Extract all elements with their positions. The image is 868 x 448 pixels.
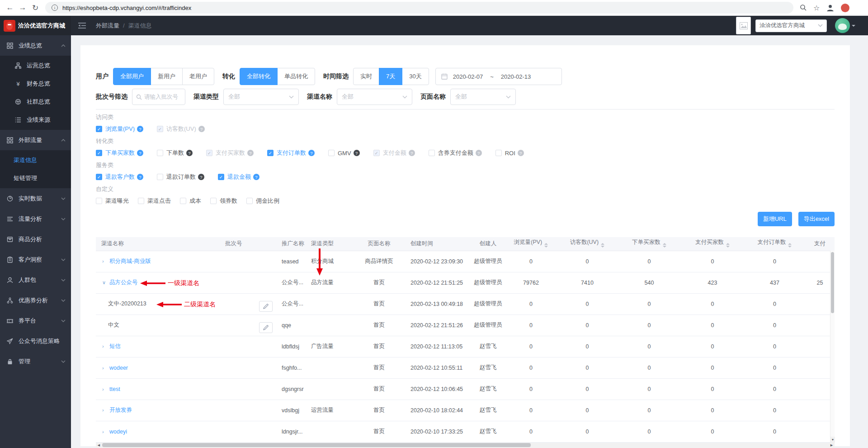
help-question-icon[interactable]: ? <box>409 150 415 156</box>
column-header-9[interactable]: 下单买家数 <box>618 237 681 251</box>
collapse-caret-icon[interactable]: ∨ <box>102 280 109 286</box>
date-range-picker[interactable]: 2020-02-07 ~ 2020-02-13 <box>435 68 562 85</box>
channel-name[interactable]: 短信 <box>109 343 121 349</box>
channel-name[interactable]: 品方公众号 <box>109 279 138 286</box>
user-filter-option-0[interactable]: 全部用户 <box>113 68 151 85</box>
channel-type-select[interactable]: 全部 <box>223 89 299 105</box>
expand-caret-icon[interactable]: › <box>102 386 109 392</box>
expand-caret-icon[interactable]: › <box>102 407 109 413</box>
sidebar-item-external-traffic[interactable]: 外部流量 <box>0 130 71 150</box>
checkbox-icon[interactable]: ✓ <box>267 150 274 156</box>
column-header-8[interactable]: 访客数(UV) <box>557 237 618 251</box>
table-horizontal-scrollbar[interactable]: ◀ ▶ <box>96 443 835 448</box>
checkbox-icon[interactable] <box>210 198 217 204</box>
date-start[interactable]: 2020-02-07 <box>453 73 483 80</box>
metric-checkbox-item[interactable]: 成本 <box>180 197 201 205</box>
channel-name[interactable]: wodeer <box>109 365 128 371</box>
conversion-filter-option-0[interactable]: 全部转化 <box>240 68 278 85</box>
time-filter-option-0[interactable]: 实时 <box>353 68 379 85</box>
sidebar-item-channel-info[interactable]: 渠道信息 <box>0 151 71 169</box>
help-question-icon[interactable]: ? <box>186 150 193 156</box>
help-question-icon[interactable]: ? <box>253 174 259 180</box>
new-url-button[interactable]: 新增URL <box>758 212 792 226</box>
metric-checkbox-item[interactable]: ✓支付金额? <box>373 149 415 157</box>
batch-input[interactable] <box>144 94 180 100</box>
metric-checkbox-item[interactable]: ✓浏览量(PV)? <box>96 125 143 133</box>
checkbox-icon[interactable] <box>495 150 502 156</box>
sidebar-item-finance-overview[interactable]: ¥财务总览 <box>0 75 71 93</box>
metric-checkbox-item[interactable]: 含券支付金额? <box>429 149 482 157</box>
scroll-down-arrow-icon[interactable]: ▼ <box>830 437 835 443</box>
sidebar-item-shortlink-management[interactable]: 短链管理 <box>0 169 71 187</box>
page-info-icon[interactable]: i <box>52 5 58 11</box>
checkbox-icon[interactable] <box>157 150 163 156</box>
channel-name[interactable]: 开放发券 <box>109 407 132 413</box>
metric-checkbox-item[interactable]: 渠道点击 <box>138 197 171 205</box>
export-excel-button[interactable]: 导出excel <box>798 212 835 226</box>
checkbox-icon[interactable]: ✓ <box>96 126 102 132</box>
checkbox-icon[interactable]: ✓ <box>373 150 380 156</box>
sidebar-item-performance-source[interactable]: 业绩来源 <box>0 111 71 129</box>
sidebar-item-traffic-analysis[interactable]: 流量分析 <box>0 209 71 229</box>
sidebar-item-community-overview[interactable]: 社群总览 <box>0 93 71 111</box>
edit-batch-button[interactable] <box>259 322 273 333</box>
metric-checkbox-item[interactable]: ✓退款金额? <box>218 173 259 181</box>
column-header-11[interactable]: 支付订单数 <box>744 237 805 251</box>
help-question-icon[interactable]: ? <box>354 150 360 156</box>
help-question-icon[interactable]: ? <box>476 150 482 156</box>
zoom-indicator-icon[interactable] <box>800 4 807 11</box>
metric-checkbox-item[interactable]: ROI? <box>495 150 524 157</box>
url-text[interactable]: https://eshopbeta-cdp.vchangyi.com/#/tra… <box>62 5 191 11</box>
sort-caret-icon[interactable] <box>663 241 666 249</box>
metric-checkbox-item[interactable]: ✓下单买家数? <box>96 149 143 157</box>
help-question-icon[interactable]: ? <box>247 150 254 156</box>
breadcrumb-section[interactable]: 外部流量 <box>96 22 119 30</box>
help-question-icon[interactable]: ? <box>198 126 205 132</box>
metric-checkbox-item[interactable]: ✓支付买家数? <box>206 149 254 157</box>
metric-checkbox-item[interactable]: 渠道曝光 <box>96 197 129 205</box>
time-filter-option-2[interactable]: 30天 <box>402 68 429 85</box>
checkbox-icon[interactable] <box>138 198 144 204</box>
metric-checkbox-item[interactable]: ✓支付订单数? <box>267 149 315 157</box>
browser-back-icon[interactable]: ← <box>4 3 16 12</box>
avatar-caret-icon[interactable] <box>852 25 855 29</box>
metric-checkbox-item[interactable]: GMV? <box>328 150 360 157</box>
address-bar[interactable]: i https://eshopbeta-cdp.vchangyi.com/#/t… <box>45 2 793 14</box>
table-vertical-scrollbar[interactable]: ▼ <box>830 251 835 443</box>
channel-name[interactable]: wodeyi <box>109 429 127 435</box>
mall-select[interactable]: 洽洽优选官方商城 <box>755 19 827 32</box>
browser-extension-icon[interactable] <box>841 4 849 12</box>
sidebar-item-performance-overview[interactable]: 业绩总览 <box>0 35 71 56</box>
sidebar-item-customer-insight[interactable]: 客户洞察 <box>0 249 71 270</box>
channel-name-select[interactable]: 全部 <box>337 89 412 105</box>
expand-caret-icon[interactable]: › <box>102 429 109 434</box>
expand-caret-icon[interactable]: › <box>102 258 109 264</box>
metric-checkbox-item[interactable]: ✓访客数(UV)? <box>157 125 205 133</box>
user-filter-option-2[interactable]: 老用户 <box>182 68 214 85</box>
sort-caret-icon[interactable] <box>788 241 792 249</box>
sidebar-item-management[interactable]: 管理 <box>0 351 71 372</box>
bookmark-star-icon[interactable]: ☆ <box>813 4 820 12</box>
horizontal-scrollbar-thumb[interactable] <box>102 443 531 447</box>
edit-batch-button[interactable] <box>259 301 273 312</box>
sidebar-item-audience-pack[interactable]: 人群包 <box>0 270 71 290</box>
checkbox-icon[interactable]: ✓ <box>96 174 102 180</box>
scroll-right-arrow-icon[interactable]: ▶ <box>829 443 835 448</box>
vertical-scrollbar-thumb[interactable] <box>831 252 834 313</box>
metric-checkbox-item[interactable]: ✓退款客户数? <box>96 173 143 181</box>
user-filter-option-1[interactable]: 新用户 <box>151 68 183 85</box>
checkbox-icon[interactable] <box>96 198 102 204</box>
time-filter-option-1[interactable]: 7天 <box>379 68 402 85</box>
sidebar-item-realtime-data[interactable]: 实时数据 <box>0 188 71 209</box>
sort-caret-icon[interactable] <box>601 241 604 249</box>
checkbox-icon[interactable] <box>157 174 163 180</box>
browser-profile-icon[interactable] <box>826 4 835 12</box>
checkbox-icon[interactable] <box>246 198 253 204</box>
checkbox-icon[interactable]: ✓ <box>218 174 224 180</box>
sidebar-item-operations-overview[interactable]: 运营总览 <box>0 57 71 75</box>
browser-refresh-icon[interactable]: ↻ <box>29 3 42 13</box>
help-question-icon[interactable]: ? <box>308 150 315 156</box>
column-header-10[interactable]: 支付买家数 <box>681 237 744 251</box>
user-avatar[interactable] <box>835 18 850 33</box>
expand-caret-icon[interactable]: › <box>102 365 109 371</box>
